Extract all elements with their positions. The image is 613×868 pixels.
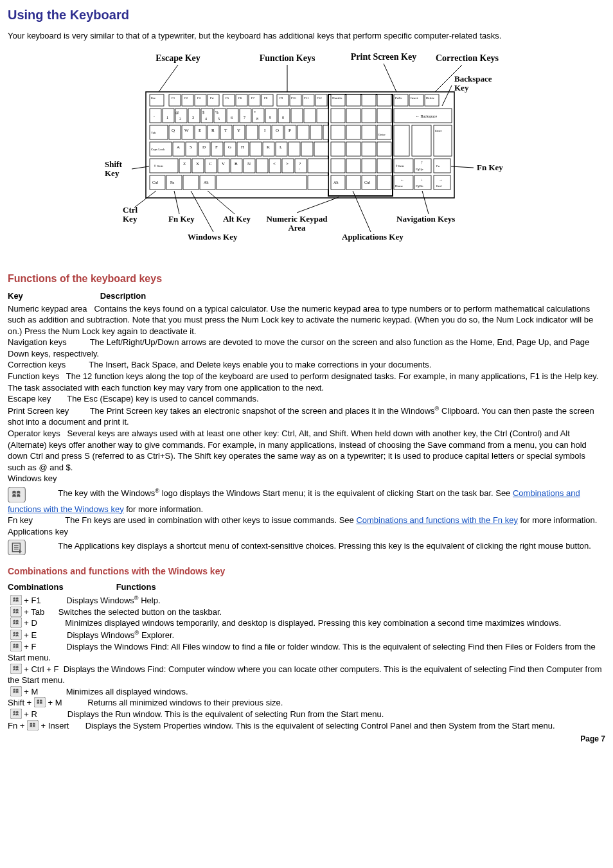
svg-text:Enter: Enter	[378, 133, 386, 136]
svg-text:O: O	[276, 128, 279, 133]
table-header: Key Description	[8, 290, 605, 302]
svg-text:6: 6	[231, 116, 233, 120]
row-esc-key: Escape key	[8, 394, 51, 403]
svg-text:⇧Shift: ⇧Shift	[395, 164, 404, 168]
row-numeric-desc: Contains the keys found on a typical cal…	[8, 304, 593, 336]
applications-key-icon	[8, 540, 26, 555]
svg-line-206	[191, 191, 213, 232]
svg-text:F: F	[215, 145, 218, 150]
svg-text:PrtSc: PrtSc	[395, 96, 403, 100]
svg-rect-192	[377, 175, 391, 190]
label-backspace: Backspace Key	[454, 74, 494, 93]
svg-text:L: L	[280, 145, 282, 150]
svg-text:F8: F8	[264, 96, 268, 100]
svg-text:F9: F9	[280, 96, 283, 100]
row-win-key: Windows key	[8, 474, 57, 483]
row-app-desc: The Applications key displays a shortcut…	[58, 542, 591, 551]
combo-e-c: + E	[22, 630, 37, 640]
svg-rect-137	[289, 142, 300, 156]
svg-text:0: 0	[282, 116, 284, 120]
svg-text:F7: F7	[251, 96, 255, 100]
svg-rect-170	[377, 159, 391, 173]
svg-rect-65	[227, 109, 238, 123]
row-numeric-key: Numeric keypad area	[8, 304, 87, 314]
label-function: Function Keys	[260, 53, 315, 63]
th-functions: Functions	[116, 582, 156, 592]
windows-key-icon	[10, 686, 22, 696]
svg-rect-166	[308, 159, 328, 173]
svg-rect-142	[362, 142, 376, 156]
svg-rect-143	[377, 142, 391, 156]
svg-text:4: 4	[205, 117, 207, 121]
row-corr-desc: The Insert, Back Space, and Delete keys …	[89, 360, 431, 369]
svg-text:G: G	[228, 145, 231, 150]
windows-key-icon	[10, 709, 22, 719]
link-fn-combos[interactable]: Combinations and functions with the Fn k…	[356, 515, 517, 525]
svg-rect-138	[301, 142, 313, 156]
svg-rect-141	[346, 142, 360, 156]
svg-text:1: 1	[166, 116, 168, 120]
combo-tab-c: + Tab	[22, 607, 45, 617]
svg-text:Enter: Enter	[435, 129, 442, 132]
row-app-key: Applications key	[8, 527, 68, 536]
section-functions-heading: Functions of the keyboard keys	[8, 272, 605, 286]
svg-text:9: 9	[269, 116, 271, 120]
svg-text:Insert: Insert	[411, 96, 418, 100]
svg-text:T: T	[224, 128, 227, 133]
svg-text:S: S	[190, 145, 192, 150]
label-ctrl: CtrlKey	[123, 205, 138, 224]
th-key: Key	[8, 290, 98, 302]
svg-text:%: %	[215, 111, 218, 114]
svg-rect-182	[183, 175, 199, 190]
svg-text:← Backspace: ← Backspace	[416, 114, 437, 118]
combo-d-c: + D	[22, 618, 37, 628]
svg-text:→: →	[439, 178, 443, 182]
svg-rect-110	[346, 125, 360, 139]
combo-f1-f-b: Help.	[139, 596, 161, 605]
svg-text:<: <	[273, 161, 276, 166]
functions-table: Numeric keypad area Contains the keys fo…	[8, 303, 605, 557]
svg-rect-185	[217, 175, 306, 190]
windows-key-icon	[10, 641, 22, 651]
label-alt: Alt Key	[223, 214, 251, 224]
row-corr-key: Correction keys	[8, 360, 66, 369]
svg-text:2: 2	[179, 117, 181, 121]
svg-rect-111	[362, 125, 376, 139]
svg-text:7: 7	[244, 116, 245, 120]
windows-key-icon	[10, 664, 22, 674]
svg-rect-140	[331, 142, 345, 156]
combo-f-f: Displays the Windows Find: All Files win…	[8, 642, 596, 663]
label-escape: Escape Key	[155, 53, 200, 63]
svg-rect-42	[362, 94, 376, 106]
row-fn-desc-b: for more information.	[518, 515, 598, 525]
svg-text:A: A	[177, 145, 180, 150]
combo-r-c: + R	[22, 709, 37, 719]
svg-rect-167	[331, 159, 345, 173]
windows-key-icon	[10, 617, 22, 628]
svg-rect-67	[240, 109, 251, 123]
svg-text:F10: F10	[291, 96, 296, 100]
row-fn-desc-a: The Fn keys are used in combination with…	[65, 515, 356, 525]
combo-tab-f: Switches the selected button on the task…	[58, 607, 222, 617]
svg-text:R: R	[211, 128, 215, 133]
svg-line-10	[442, 85, 452, 106]
svg-text:P: P	[289, 128, 291, 133]
combo-r-f: Displays the Run window. This is the equ…	[67, 709, 384, 719]
windows-key-icon	[34, 697, 46, 707]
svg-text:F3: F3	[197, 96, 201, 100]
windows-key-icon	[8, 487, 26, 502]
svg-text:X: X	[196, 161, 199, 166]
svg-rect-168	[346, 159, 360, 173]
svg-rect-106	[298, 125, 309, 139]
svg-text:`: `	[154, 116, 155, 120]
svg-text:Fn: Fn	[170, 181, 174, 184]
svg-text:$: $	[202, 111, 204, 114]
combo-sm-c-b: + M	[46, 698, 62, 707]
svg-rect-115	[412, 125, 431, 156]
svg-text:End: End	[436, 184, 442, 188]
svg-rect-169	[362, 159, 376, 173]
svg-rect-80	[346, 109, 360, 123]
label-shift: ShiftKey	[105, 159, 122, 178]
svg-text:F2: F2	[184, 96, 188, 100]
svg-rect-72	[265, 109, 277, 123]
